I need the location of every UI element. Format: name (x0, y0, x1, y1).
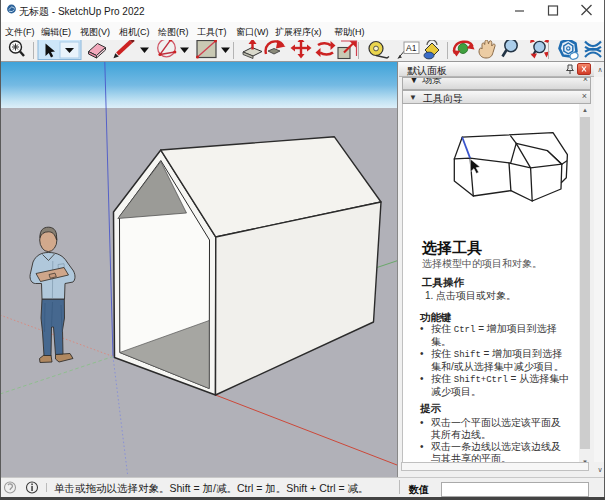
svg-text:A1: A1 (406, 43, 417, 53)
